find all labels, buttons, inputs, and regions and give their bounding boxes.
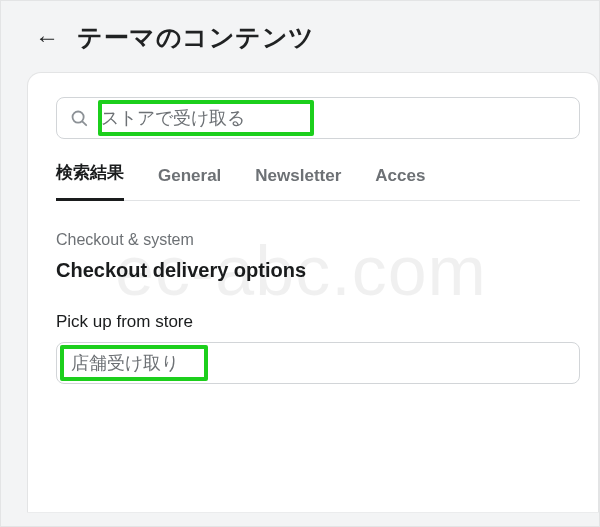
section-kicker: Checkout & system bbox=[56, 231, 580, 249]
section-title: Checkout delivery options bbox=[56, 259, 580, 282]
search-field-wrap bbox=[56, 97, 580, 139]
pickup-from-store-input[interactable] bbox=[56, 342, 580, 384]
tab-search-results[interactable]: 検索結果 bbox=[56, 161, 124, 201]
tab-general[interactable]: General bbox=[158, 166, 221, 200]
back-arrow-icon[interactable]: ← bbox=[31, 22, 63, 54]
field-wrap bbox=[56, 342, 580, 384]
content-panel: 検索結果 General Newsletter Acces Checkout &… bbox=[27, 72, 599, 512]
page-title: テーマのコンテンツ bbox=[77, 21, 315, 54]
tab-accessibility[interactable]: Acces bbox=[375, 166, 425, 200]
tabs: 検索結果 General Newsletter Acces bbox=[56, 161, 580, 201]
page-header: ← テーマのコンテンツ bbox=[1, 1, 599, 72]
field-label: Pick up from store bbox=[56, 312, 580, 332]
search-input[interactable] bbox=[56, 97, 580, 139]
tab-newsletter[interactable]: Newsletter bbox=[255, 166, 341, 200]
result-section: Checkout & system Checkout delivery opti… bbox=[56, 201, 580, 384]
